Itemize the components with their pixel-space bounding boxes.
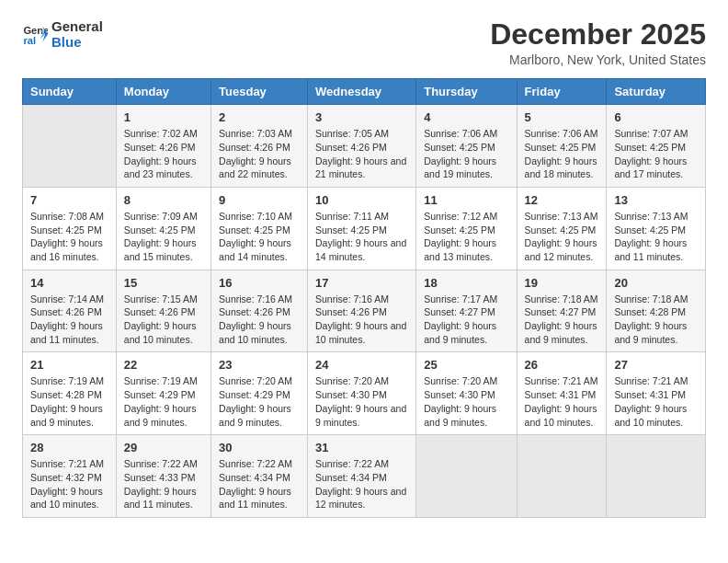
svg-text:ral: ral [23,35,36,46]
day-info: Sunrise: 7:14 AMSunset: 4:26 PMDaylight:… [30,293,108,347]
day-cell: 28Sunrise: 7:21 AMSunset: 4:32 PMDayligh… [23,435,117,518]
day-cell: 21Sunrise: 7:19 AMSunset: 4:28 PMDayligh… [23,352,117,435]
day-number: 21 [30,358,108,372]
header-friday: Friday [517,79,607,105]
day-cell [23,105,117,188]
day-info: Sunrise: 7:02 AMSunset: 4:26 PMDaylight:… [124,127,203,181]
day-number: 28 [30,441,108,454]
day-number: 3 [315,110,408,124]
day-info: Sunrise: 7:18 AMSunset: 4:28 PMDaylight:… [614,293,698,347]
day-number: 14 [30,276,108,290]
day-info: Sunrise: 7:03 AMSunset: 4:26 PMDaylight:… [219,127,300,181]
day-number: 19 [525,276,599,290]
day-info: Sunrise: 7:11 AMSunset: 4:25 PMDaylight:… [315,210,408,264]
day-number: 25 [424,358,508,372]
day-cell: 7Sunrise: 7:08 AMSunset: 4:25 PMDaylight… [23,187,117,270]
calendar-table: SundayMondayTuesdayWednesdayThursdayFrid… [22,78,706,518]
day-info: Sunrise: 7:20 AMSunset: 4:30 PMDaylight:… [424,374,508,429]
day-cell: 20Sunrise: 7:18 AMSunset: 4:28 PMDayligh… [607,270,706,352]
day-number: 8 [124,193,203,207]
day-cell: 15Sunrise: 7:15 AMSunset: 4:26 PMDayligh… [116,270,210,352]
day-cell: 29Sunrise: 7:22 AMSunset: 4:33 PMDayligh… [116,435,210,518]
day-info: Sunrise: 7:20 AMSunset: 4:30 PMDaylight:… [315,374,408,429]
day-info: Sunrise: 7:09 AMSunset: 4:25 PMDaylight:… [124,210,203,264]
day-cell: 24Sunrise: 7:20 AMSunset: 4:30 PMDayligh… [308,352,416,435]
day-number: 1 [124,110,203,124]
day-cell: 30Sunrise: 7:22 AMSunset: 4:34 PMDayligh… [211,435,308,518]
day-number: 20 [614,276,698,290]
header-sunday: Sunday [23,79,117,105]
week-row-4: 21Sunrise: 7:19 AMSunset: 4:28 PMDayligh… [23,352,706,435]
day-cell: 27Sunrise: 7:21 AMSunset: 4:31 PMDayligh… [607,352,706,435]
day-info: Sunrise: 7:21 AMSunset: 4:32 PMDaylight:… [30,457,108,511]
day-info: Sunrise: 7:22 AMSunset: 4:34 PMDaylight:… [315,457,408,511]
day-info: Sunrise: 7:16 AMSunset: 4:26 PMDaylight:… [315,293,408,347]
day-info: Sunrise: 7:16 AMSunset: 4:26 PMDaylight:… [219,293,300,347]
day-info: Sunrise: 7:19 AMSunset: 4:28 PMDaylight:… [30,374,108,429]
day-cell: 16Sunrise: 7:16 AMSunset: 4:26 PMDayligh… [211,270,308,352]
month-title: December 2025 [490,18,706,51]
day-cell: 5Sunrise: 7:06 AMSunset: 4:25 PMDaylight… [517,105,607,188]
day-info: Sunrise: 7:05 AMSunset: 4:26 PMDaylight:… [315,127,408,181]
day-number: 12 [525,193,599,207]
day-number: 29 [124,441,203,454]
day-cell: 26Sunrise: 7:21 AMSunset: 4:31 PMDayligh… [517,352,607,435]
day-cell: 6Sunrise: 7:07 AMSunset: 4:25 PMDaylight… [607,105,706,188]
day-cell: 13Sunrise: 7:13 AMSunset: 4:25 PMDayligh… [607,187,706,270]
day-number: 24 [315,358,408,372]
day-info: Sunrise: 7:18 AMSunset: 4:27 PMDaylight:… [525,293,599,347]
day-cell: 11Sunrise: 7:12 AMSunset: 4:25 PMDayligh… [416,187,517,270]
day-number: 15 [124,276,203,290]
day-cell: 9Sunrise: 7:10 AMSunset: 4:25 PMDaylight… [211,187,308,270]
logo-general: General [51,18,103,34]
header: Gene ral General Blue December 2025 Marl… [22,18,706,67]
day-info: Sunrise: 7:21 AMSunset: 4:31 PMDaylight:… [614,374,698,429]
day-number: 22 [124,358,203,372]
day-number: 26 [525,358,599,372]
day-info: Sunrise: 7:06 AMSunset: 4:25 PMDaylight:… [525,127,599,181]
day-cell: 14Sunrise: 7:14 AMSunset: 4:26 PMDayligh… [23,270,117,352]
day-info: Sunrise: 7:22 AMSunset: 4:34 PMDaylight:… [219,457,300,511]
day-number: 4 [424,110,508,124]
week-row-3: 14Sunrise: 7:14 AMSunset: 4:26 PMDayligh… [23,270,706,352]
day-number: 5 [525,110,599,124]
day-info: Sunrise: 7:06 AMSunset: 4:25 PMDaylight:… [424,127,508,181]
day-cell: 4Sunrise: 7:06 AMSunset: 4:25 PMDaylight… [416,105,517,188]
day-cell: 19Sunrise: 7:18 AMSunset: 4:27 PMDayligh… [517,270,607,352]
header-tuesday: Tuesday [211,79,308,105]
header-thursday: Thursday [416,79,517,105]
day-number: 11 [424,193,508,207]
day-info: Sunrise: 7:19 AMSunset: 4:29 PMDaylight:… [124,374,203,429]
title-area: December 2025 Marlboro, New York, United… [490,18,706,67]
day-number: 6 [614,110,698,124]
day-number: 23 [219,358,300,372]
day-cell [517,435,607,518]
day-info: Sunrise: 7:15 AMSunset: 4:26 PMDaylight:… [124,293,203,347]
location: Marlboro, New York, United States [490,52,706,67]
day-number: 10 [315,193,408,207]
day-info: Sunrise: 7:13 AMSunset: 4:25 PMDaylight:… [525,210,599,264]
day-cell: 3Sunrise: 7:05 AMSunset: 4:26 PMDaylight… [308,105,416,188]
day-number: 9 [219,193,300,207]
day-info: Sunrise: 7:17 AMSunset: 4:27 PMDaylight:… [424,293,508,347]
calendar-header-row: SundayMondayTuesdayWednesdayThursdayFrid… [23,79,706,105]
day-info: Sunrise: 7:10 AMSunset: 4:25 PMDaylight:… [219,210,300,264]
day-cell: 10Sunrise: 7:11 AMSunset: 4:25 PMDayligh… [308,187,416,270]
day-info: Sunrise: 7:20 AMSunset: 4:29 PMDaylight:… [219,374,300,429]
day-cell: 18Sunrise: 7:17 AMSunset: 4:27 PMDayligh… [416,270,517,352]
day-cell: 23Sunrise: 7:20 AMSunset: 4:29 PMDayligh… [211,352,308,435]
calendar-body: 1Sunrise: 7:02 AMSunset: 4:26 PMDaylight… [23,105,706,518]
day-number: 17 [315,276,408,290]
day-info: Sunrise: 7:21 AMSunset: 4:31 PMDaylight:… [525,374,599,429]
day-info: Sunrise: 7:12 AMSunset: 4:25 PMDaylight:… [424,210,508,264]
week-row-1: 1Sunrise: 7:02 AMSunset: 4:26 PMDaylight… [23,105,706,188]
day-cell [607,435,706,518]
header-saturday: Saturday [607,79,706,105]
logo-icon: Gene ral [22,21,48,47]
day-info: Sunrise: 7:07 AMSunset: 4:25 PMDaylight:… [614,127,698,181]
day-cell: 12Sunrise: 7:13 AMSunset: 4:25 PMDayligh… [517,187,607,270]
day-number: 16 [219,276,300,290]
day-number: 27 [614,358,698,372]
day-info: Sunrise: 7:22 AMSunset: 4:33 PMDaylight:… [124,457,203,511]
day-cell: 8Sunrise: 7:09 AMSunset: 4:25 PMDaylight… [116,187,210,270]
